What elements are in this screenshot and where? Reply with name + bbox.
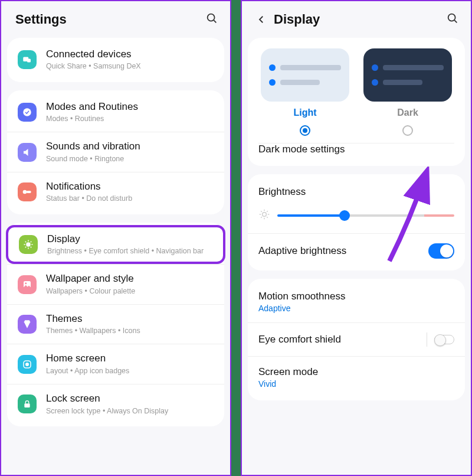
settings-item-connected-devices[interactable]: Connected devices Quick Share • Samsung … (7, 40, 224, 80)
settings-item-sounds[interactable]: Sounds and vibration Sound mode • Ringto… (7, 132, 224, 172)
settings-item-home[interactable]: Home screen Layout • App icon badges (7, 344, 224, 384)
back-button[interactable] (256, 14, 267, 25)
row-title: Modes and Routines (46, 101, 214, 113)
settings-card-3: Display Brightness • Eye comfort shield … (7, 223, 224, 426)
row-subtitle: Screen lock type • Always On Display (46, 406, 214, 416)
row-title: Display (47, 233, 212, 245)
row-title: Wallpaper and style (46, 273, 214, 285)
dark-mode-settings-label: Dark mode settings (258, 144, 454, 155)
row-text: Notifications Status bar • Do not distur… (46, 181, 214, 204)
row-title: Lock screen (46, 393, 214, 405)
search-icon (446, 12, 459, 25)
modes-icon (18, 103, 37, 122)
svg-point-0 (208, 14, 215, 21)
dark-label: Dark (361, 107, 454, 118)
settings-item-lock[interactable]: Lock screen Screen lock type • Always On… (7, 384, 224, 424)
row-text: Wallpaper and style Wallpapers • Colour … (46, 273, 214, 296)
adaptive-brightness-row[interactable]: Adaptive brightness (248, 233, 465, 268)
screen-mode-label: Screen mode (258, 366, 318, 378)
row-subtitle: Wallpapers • Colour palette (46, 286, 214, 296)
motion-smoothness-row[interactable]: Motion smoothness Adaptive (248, 281, 465, 322)
settings-header: Settings (1, 1, 230, 38)
row-subtitle: Brightness • Eye comfort shield • Naviga… (47, 246, 212, 256)
row-subtitle: Modes • Routines (46, 114, 214, 123)
settings-item-modes[interactable]: Modes and Routines Modes • Routines (7, 93, 224, 132)
theme-option-dark[interactable]: Dark (361, 48, 454, 136)
brightness-label: Brightness (258, 186, 306, 198)
svg-point-21 (448, 14, 455, 21)
brightness-slider[interactable] (277, 214, 454, 217)
brightness-row: Brightness (248, 177, 465, 200)
settings-item-themes[interactable]: Themes Themes • Wallpapers • Icons (7, 304, 224, 344)
row-text: Modes and Routines Modes • Routines (46, 101, 214, 124)
light-radio[interactable] (300, 125, 310, 136)
adaptive-brightness-label: Adaptive brightness (258, 245, 346, 257)
svg-point-7 (26, 242, 31, 247)
dark-mode-settings-row[interactable]: Dark mode settings (258, 143, 454, 155)
search-icon (205, 12, 218, 25)
settings-item-display[interactable]: Display Brightness • Eye comfort shield … (6, 225, 225, 265)
brightness-slider-row (248, 200, 465, 233)
settings-item-notifications[interactable]: Notifications Status bar • Do not distur… (7, 172, 224, 212)
dark-radio[interactable] (402, 125, 413, 136)
row-text: Sounds and vibration Sound mode • Ringto… (46, 141, 214, 164)
row-subtitle: Status bar • Do not disturb (46, 194, 214, 203)
row-title: Themes (46, 313, 214, 325)
notifications-icon (18, 182, 37, 201)
svg-point-5 (23, 190, 27, 194)
eye-comfort-label: Eye comfort shield (258, 334, 341, 345)
row-title: Connected devices (46, 48, 214, 60)
svg-line-31 (267, 211, 268, 212)
home-icon (18, 355, 37, 374)
screen-mode-row[interactable]: Screen mode Vivid (248, 356, 465, 398)
wallpaper-icon (18, 275, 37, 294)
eye-comfort-row[interactable]: Eye comfort shield (248, 322, 465, 356)
settings-card-1: Connected devices Quick Share • Samsung … (7, 38, 224, 82)
display-header: Display (242, 1, 471, 38)
adaptive-brightness-toggle[interactable] (428, 243, 454, 259)
svg-rect-6 (27, 191, 31, 193)
display-title: Display (274, 12, 320, 27)
row-subtitle: Quick Share • Samsung DeX (46, 61, 214, 71)
row-title: Home screen (46, 353, 214, 364)
row-title: Notifications (46, 181, 214, 193)
svg-line-15 (31, 242, 32, 243)
svg-line-30 (261, 217, 262, 218)
connected-devices-icon (18, 50, 37, 69)
svg-line-28 (261, 211, 262, 212)
display-icon (19, 235, 38, 254)
svg-line-29 (267, 217, 268, 218)
settings-item-wallpaper[interactable]: Wallpaper and style Wallpapers • Colour … (7, 264, 224, 304)
search-button[interactable] (205, 12, 218, 27)
settings-title: Settings (15, 12, 67, 27)
chevron-left-icon (256, 14, 267, 25)
row-text: Connected devices Quick Share • Samsung … (46, 48, 214, 71)
svg-rect-20 (24, 404, 30, 408)
svg-line-13 (31, 247, 32, 248)
row-subtitle: Sound mode • Ringtone (46, 154, 214, 164)
dark-preview (363, 48, 452, 102)
slider-thumb[interactable] (339, 210, 350, 221)
theme-card: Light Dark Dark mode settings (248, 38, 465, 166)
search-button[interactable] (446, 12, 459, 27)
display-screen: Display Light Dark (241, 0, 472, 476)
sound-icon (18, 143, 37, 162)
svg-line-22 (454, 20, 457, 22)
settings-card-2: Modes and Routines Modes • Routines Soun… (7, 90, 224, 214)
motion-smoothness-value: Adaptive (258, 304, 345, 313)
motion-smoothness-label: Motion smoothness (258, 291, 345, 302)
display-options-card: Motion smoothness Adaptive Eye comfort s… (248, 279, 465, 400)
brightness-card: Brightness Adaptive brightness (248, 174, 465, 270)
row-subtitle: Themes • Wallpapers • Icons (46, 326, 214, 335)
light-preview (261, 48, 349, 102)
theme-option-light[interactable]: Light (258, 48, 352, 136)
row-text: Display Brightness • Eye comfort shield … (47, 233, 212, 256)
row-title: Sounds and vibration (46, 141, 214, 152)
svg-line-14 (25, 247, 27, 248)
svg-point-4 (23, 108, 31, 116)
svg-line-1 (214, 20, 216, 22)
svg-line-12 (25, 242, 27, 243)
row-subtitle: Layout • App icon badges (46, 366, 214, 376)
eye-comfort-toggle[interactable] (434, 335, 454, 344)
svg-point-17 (25, 282, 27, 284)
